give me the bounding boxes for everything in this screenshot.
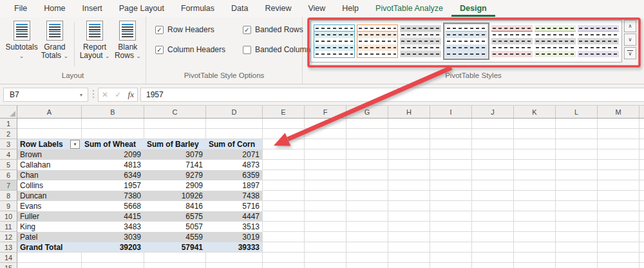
cell-l11[interactable] [556,222,598,232]
tab-review[interactable]: Review [256,0,299,17]
cell-a14[interactable] [17,253,82,263]
column-header-n[interactable]: N [639,106,644,118]
cell-d9[interactable]: 5716 [206,201,263,211]
cell-m5[interactable] [598,160,639,170]
cell-a13[interactable]: Grand Total [17,242,82,253]
cell-m6[interactable] [598,170,639,180]
cell-h11[interactable] [388,222,430,232]
select-all-corner[interactable] [0,106,17,118]
column-header-h[interactable]: H [388,106,430,118]
cell-d10[interactable]: 4447 [206,211,263,222]
cell-m9[interactable] [598,201,639,211]
cell-e13[interactable] [263,242,305,253]
column-header-j[interactable]: J [472,106,514,118]
cell-h8[interactable] [388,191,430,201]
cell-e4[interactable] [263,149,305,160]
cell-n3[interactable] [639,139,644,149]
cell-n12[interactable] [639,232,644,242]
cell-k7[interactable] [514,180,556,191]
cell-h7[interactable] [388,180,430,191]
cell-e15[interactable] [263,263,305,268]
cell-c6[interactable]: 9279 [144,170,206,180]
cell-h12[interactable] [388,232,430,242]
cell-n7[interactable] [639,180,644,191]
cell-d14[interactable] [206,253,263,263]
cell-b9[interactable]: 5668 [82,201,144,211]
checkbox-column-headers[interactable]: ✓Column Headers [155,45,235,54]
cell-j14[interactable] [472,253,514,263]
row-header-15[interactable]: 15 [0,263,17,268]
cell-i6[interactable] [430,170,472,180]
cell-g4[interactable] [346,149,388,160]
cell-m12[interactable] [598,232,639,242]
gallery-scroll-down-button[interactable]: ∨ [624,34,636,46]
cancel-icon[interactable]: ✕ [102,90,108,99]
cell-j9[interactable] [472,201,514,211]
cell-e1[interactable] [263,119,305,129]
cell-b14[interactable] [82,253,144,263]
cell-h2[interactable] [388,129,430,139]
cell-l12[interactable] [556,232,598,242]
style-thumbnail-light-green[interactable] [535,25,576,57]
name-box[interactable]: B7 ▾ [3,88,88,102]
cell-h14[interactable] [388,253,430,263]
cell-m3[interactable] [598,139,639,149]
row-header-11[interactable]: 11 [0,222,17,232]
cell-g8[interactable] [346,191,388,201]
column-header-d[interactable]: D [206,106,263,118]
insert-function-icon[interactable]: fx [128,90,134,100]
row-header-12[interactable]: 12 [0,232,17,242]
cell-e6[interactable] [263,170,305,180]
cell-f11[interactable] [305,222,346,232]
cell-d6[interactable]: 6359 [206,170,263,180]
cell-k5[interactable] [514,160,556,170]
cell-g7[interactable] [346,180,388,191]
cell-k2[interactable] [514,129,556,139]
tab-view[interactable]: View [299,0,334,17]
column-header-i[interactable]: I [430,106,472,118]
cell-b3[interactable]: Sum of Wheat [82,139,144,149]
cell-n14[interactable] [639,253,644,263]
cell-k10[interactable] [514,211,556,222]
cell-b4[interactable]: 2099 [82,149,144,160]
cell-k14[interactable] [514,253,556,263]
cell-n9[interactable] [639,201,644,211]
banded-rows-checkbox-box[interactable]: ✓ [243,26,251,34]
cell-g5[interactable] [346,160,388,170]
cell-a11[interactable]: King [17,222,82,232]
style-thumbnail-light-purple[interactable] [578,25,619,57]
cell-f2[interactable] [305,129,346,139]
cell-n2[interactable] [639,129,644,139]
cell-m7[interactable] [598,180,639,191]
cell-i7[interactable] [430,180,472,191]
row-header-1[interactable]: 1 [0,119,17,129]
style-thumbnail-light-gray[interactable] [400,25,441,57]
cell-h3[interactable] [388,139,430,149]
cell-b7[interactable]: 1957 [82,180,144,191]
cell-m13[interactable] [598,242,639,253]
cell-f5[interactable] [305,160,346,170]
gallery-scroll-up-button[interactable]: ∧ [624,20,636,32]
cell-e5[interactable] [263,160,305,170]
cell-i3[interactable] [430,139,472,149]
tab-insert[interactable]: Insert [74,0,111,17]
cell-f6[interactable] [305,170,346,180]
cell-h15[interactable] [388,263,430,268]
cell-i12[interactable] [430,232,472,242]
cell-a1[interactable] [17,119,82,129]
cell-c7[interactable]: 2909 [144,180,206,191]
cell-j10[interactable] [472,211,514,222]
cell-i11[interactable] [430,222,472,232]
tab-help[interactable]: Help [334,0,367,17]
cell-c10[interactable]: 6575 [144,211,206,222]
row-header-6[interactable]: 6 [0,170,17,180]
cell-k15[interactable] [514,263,556,268]
grand-totals-button[interactable]: GrandTotals ⌄ [38,21,71,72]
cell-b11[interactable]: 3483 [82,222,144,232]
cell-f4[interactable] [305,149,346,160]
cell-a8[interactable]: Duncan [17,191,82,201]
row-header-14[interactable]: 14 [0,253,17,263]
cell-e7[interactable] [263,180,305,191]
cell-c5[interactable]: 7141 [144,160,206,170]
style-thumbnail-light-red[interactable] [491,25,533,57]
